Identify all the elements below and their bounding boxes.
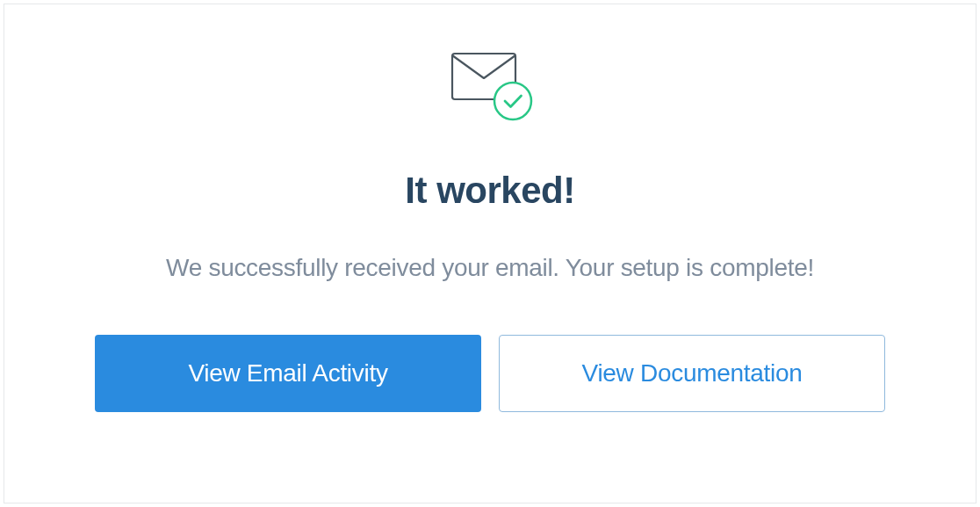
view-documentation-button[interactable]: View Documentation [499,335,885,412]
success-card: It worked! We successfully received your… [4,4,976,503]
success-subtext: We successfully received your email. You… [166,254,814,282]
envelope-check-icon [443,47,537,129]
view-email-activity-button[interactable]: View Email Activity [95,335,481,412]
success-heading: It worked! [405,170,574,212]
button-row: View Email Activity View Documentation [95,335,885,412]
svg-point-1 [494,83,531,120]
